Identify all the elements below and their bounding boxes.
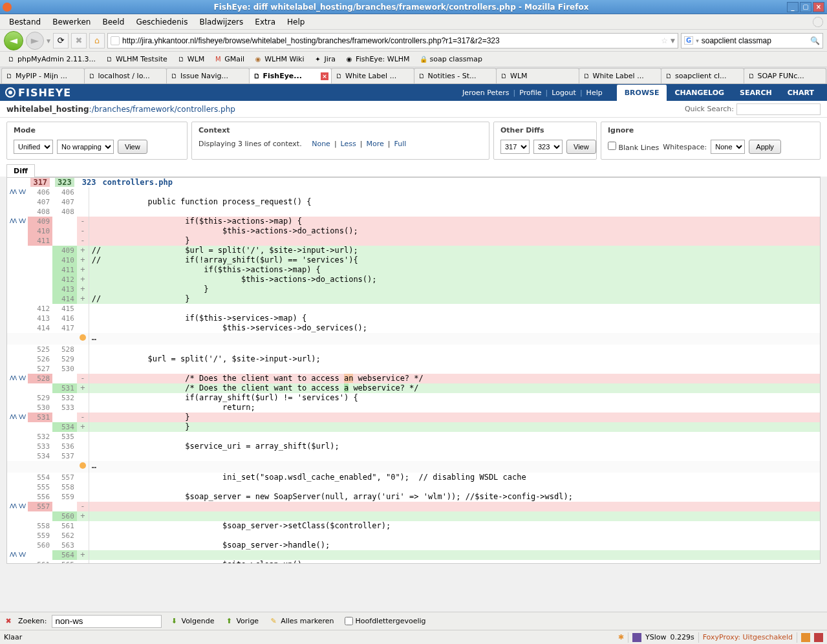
browser-tab[interactable]: 🗋FishEye...× — [249, 68, 332, 83]
browser-tab[interactable]: 🗋soapclient cl... — [661, 68, 744, 83]
logout-link[interactable]: Logout — [550, 89, 577, 97]
throbber-icon — [813, 17, 823, 27]
other-view-button[interactable]: View — [566, 140, 596, 154]
ignore-apply-button[interactable]: Apply — [749, 140, 781, 154]
menu-extra[interactable]: Extra — [250, 16, 281, 28]
history-dropdown-icon[interactable]: ▾ — [47, 36, 50, 45]
bookmark-item[interactable]: MGMail — [211, 54, 247, 65]
bookmark-item[interactable]: 🔒soap classmap — [416, 54, 485, 65]
menu-geschiedenis[interactable]: Geschiedenis — [131, 16, 193, 28]
forward-button[interactable]: ► — [26, 32, 44, 50]
bookmark-item[interactable]: 🗋WLM — [174, 54, 208, 65]
menu-bestand[interactable]: Bestand — [4, 16, 46, 28]
nav-tab-browse[interactable]: BROWSE — [617, 85, 667, 101]
context-full[interactable]: Full — [394, 140, 407, 148]
panel-context: Context Displaying 3 lines of context. N… — [191, 122, 489, 160]
context-none[interactable]: None — [312, 140, 330, 148]
hunk-icon[interactable] — [80, 334, 86, 341]
diff-code — [89, 364, 820, 374]
tab-favicon: 🗋 — [747, 72, 756, 81]
browser-tab[interactable]: 🗋localhost / lo... — [84, 68, 167, 83]
nav-tab-chart[interactable]: CHART — [780, 85, 822, 101]
browser-search-box[interactable]: G▾ 🔍 — [681, 33, 823, 48]
profile-link[interactable]: Profile — [518, 89, 542, 97]
browser-tab[interactable]: 🗋White Label ... — [331, 68, 414, 83]
menu-help[interactable]: Help — [282, 16, 310, 28]
menu-bladwijzers[interactable]: Bladwijzers — [194, 16, 248, 28]
diff-mark: + — [77, 383, 89, 393]
engine-dropdown-icon[interactable]: ▾ — [696, 38, 699, 44]
diff-nav-icon[interactable]: ᐱᐱ ᐯᐯ — [10, 552, 25, 558]
line-number-right: 531 — [52, 383, 77, 393]
diff-line: 410+// if(!array_shift($url) == 'service… — [7, 255, 820, 265]
hunk-icon[interactable] — [80, 462, 86, 469]
star-icon[interactable]: ☆ — [661, 36, 668, 45]
browser-tab[interactable]: 🗋WLM — [496, 68, 579, 83]
stop-button[interactable]: ✖ — [71, 33, 87, 48]
bookmark-item[interactable]: ◉FishEye: WLHM — [342, 54, 412, 65]
browser-tab[interactable]: 🗋MyPIP - Mijn ... — [1, 68, 85, 83]
menu-bewerken[interactable]: Bewerken — [47, 16, 96, 28]
url-bar[interactable]: ☆ ▼ — [107, 33, 678, 48]
rev-right[interactable]: 323 — [55, 178, 74, 187]
ignore-blank-checkbox[interactable]: Blank Lines — [608, 142, 659, 152]
diff-line: 412415 — [7, 304, 820, 314]
maximize-button[interactable]: ▢ — [800, 2, 811, 12]
back-button[interactable]: ◄ — [4, 31, 23, 50]
bookmark-item[interactable]: ✦Jira — [311, 54, 339, 65]
minimize-button[interactable]: _ — [787, 2, 799, 12]
line-number-right: 565 — [52, 560, 77, 564]
diff-nav-icon[interactable]: ᐱᐱ ᐯᐯ — [10, 414, 25, 420]
diff-line: ᐱᐱ ᐯᐯ528- /* Does the client want to acc… — [7, 374, 820, 383]
diff-line: 532535 — [7, 432, 820, 442]
diff-line: 412+ $this->actions->do_actions(); — [7, 275, 820, 284]
home-button[interactable]: ⌂ — [89, 33, 105, 48]
nav-tab-changelog[interactable]: CHANGELOG — [667, 85, 732, 101]
tab-close-icon[interactable]: × — [321, 72, 328, 80]
browser-tabs: 🗋MyPIP - Mijn ...🗋localhost / lo...🗋Issu… — [0, 67, 827, 84]
rev-from-select[interactable]: 317 — [500, 140, 530, 154]
url-input[interactable] — [122, 36, 658, 45]
crumb-path[interactable]: :/branches/framework/controllers.php — [89, 105, 235, 114]
browser-tab[interactable]: 🗋SOAP FUNc... — [744, 68, 827, 83]
rev-left[interactable]: 317 — [30, 178, 50, 187]
rev-to-select[interactable]: 323 — [533, 140, 563, 154]
diff-nav-icon[interactable]: ᐱᐱ ᐯᐯ — [10, 375, 25, 381]
diff-mark — [77, 207, 89, 217]
menu-beeld[interactable]: Beeld — [97, 16, 129, 28]
search-submit-icon[interactable]: 🔍 — [810, 36, 820, 45]
bookmark-item[interactable]: 🗋WLHM Testsite — [102, 54, 170, 65]
mode-wrap-select[interactable]: No wrapping — [57, 140, 114, 154]
google-engine-icon[interactable]: G — [684, 36, 693, 45]
page-identity-icon[interactable] — [111, 36, 120, 45]
help-link[interactable]: Help — [585, 89, 604, 97]
bookmark-item[interactable]: ◉WLHM Wiki — [251, 54, 306, 65]
diff-scroller[interactable]: 317 323 323controllers.php ᐱᐱ ᐯᐯ40640640… — [6, 177, 821, 564]
diff-nav-icon[interactable]: ᐱᐱ ᐯᐯ — [10, 189, 25, 195]
tab-favicon: 🗋 — [169, 72, 178, 81]
browser-tab[interactable]: 🗋Issue Navig... — [166, 68, 250, 83]
context-less[interactable]: Less — [341, 140, 356, 148]
mode-format-select[interactable]: Unified — [14, 140, 53, 154]
quicksearch-input[interactable] — [736, 103, 821, 115]
reload-button[interactable]: ⟳ — [53, 33, 69, 48]
diff-code: } — [89, 236, 820, 246]
ignore-ws-select[interactable]: None — [711, 140, 745, 154]
diff-code — [89, 502, 820, 511]
nav-tab-search[interactable]: SEARCH — [732, 85, 780, 101]
diff-filename[interactable]: controllers.php — [98, 178, 172, 187]
url-dropdown-icon[interactable]: ▼ — [671, 38, 675, 44]
close-button[interactable]: × — [813, 2, 824, 12]
context-more[interactable]: More — [367, 140, 384, 148]
user-link[interactable]: Jeroen Peters — [461, 89, 511, 97]
browser-search-input[interactable] — [702, 36, 808, 45]
diff-nav-icon[interactable]: ᐱᐱ ᐯᐯ — [10, 503, 25, 510]
mode-view-button[interactable]: View — [118, 140, 147, 154]
bookmark-item[interactable]: 🗋phpMyAdmin 2.11.3... — [4, 54, 98, 65]
crumb-repo[interactable]: whitelabel_hosting — [6, 105, 89, 114]
fisheye-logo[interactable]: FISHEYE — [5, 87, 71, 99]
browser-tab[interactable]: 🗋White Label ... — [579, 68, 662, 83]
wiki-icon: ◉ — [253, 55, 263, 64]
diff-nav-icon[interactable]: ᐱᐱ ᐯᐯ — [10, 218, 25, 224]
browser-tab[interactable]: 🗋Notities - St... — [414, 68, 497, 83]
